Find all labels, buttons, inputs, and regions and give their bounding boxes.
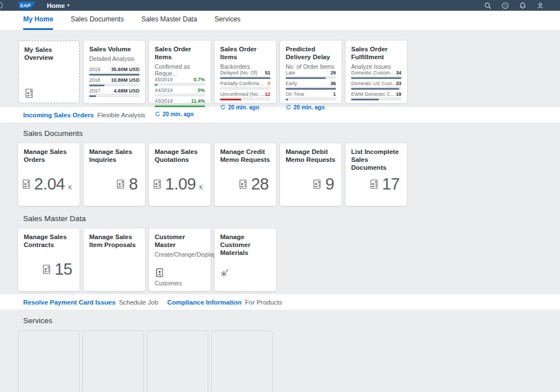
tile-title: Sales Order Items <box>220 46 270 61</box>
tile-title: Manage Sales Inquiries <box>89 148 139 164</box>
section-heading-sales-documents: Sales Documents <box>0 122 560 143</box>
comparison-chart: Delayed (No. Of)51 Partially Confirme...… <box>220 70 270 102</box>
tile-title: Sales Volume <box>89 46 139 54</box>
section-heading-sales-master-data: Sales Master Data <box>0 206 560 228</box>
svg-text:$: $ <box>27 180 29 184</box>
tile-sales-order-items-confirmed[interactable]: Sales Order Items Confirmed as Reque... … <box>149 41 211 103</box>
tile-sales-order-items-backorders[interactable]: Sales Order Items Backorders Delayed (No… <box>215 41 276 103</box>
svg-text:$: $ <box>30 90 32 93</box>
chart-row: 45/20190.7% <box>155 77 205 86</box>
chart-row: EWM Domestic C...19 <box>351 91 401 100</box>
comparison-chart: 45/20190.7% 44/20190% 43/201911.4% <box>155 77 205 109</box>
link-list-1: Incoming Sales Orders Flexible Analysis <box>0 107 560 122</box>
sales-order-icon: $ <box>369 179 379 189</box>
tile-refresh[interactable]: 20 min. ago <box>155 111 205 117</box>
tile-refresh[interactable]: 20 min. ago <box>286 104 336 111</box>
tile-sales-volume[interactable]: Sales Volume Detailed Analysis 201935.60… <box>84 41 145 103</box>
link-flexible-analysis[interactable]: Flexible Analysis <box>97 112 145 118</box>
tab-services[interactable]: Services <box>215 15 240 30</box>
tile-manage-sales-contracts[interactable]: Manage Sales Contracts $ 15 <box>18 228 80 291</box>
link-schedule-job[interactable]: Schedule Job <box>119 299 159 306</box>
kpi-value: $ 15 <box>24 260 74 279</box>
sales-order-icon: $ <box>24 89 73 98</box>
tile-list-incomplete-sales-documents[interactable]: List Incomplete Sales Documents $ 17 <box>345 143 407 206</box>
chart-row: 201810.86M USD <box>89 77 139 86</box>
tile-title: Manage Sales Contracts <box>24 234 74 249</box>
kpi-value: $ 28 <box>220 175 270 193</box>
notifications-icon[interactable] <box>519 2 527 10</box>
customer-icon <box>155 268 205 278</box>
sales-master-data-tile-group: Manage Sales Contracts $ 15 Manage Sales… <box>0 228 560 291</box>
tile-subtitle: Detailed Analysis <box>89 55 139 62</box>
tile-manage-sales-inquiries[interactable]: Manage Sales Inquiries $ 8 <box>84 143 145 206</box>
link-incoming-sales-orders[interactable]: Incoming Sales Orders <box>23 112 94 118</box>
user-icon[interactable] <box>536 2 544 10</box>
tile-manage-sales-item-proposals[interactable]: Manage Sales Item Proposals <box>84 228 145 291</box>
tile-subtitle: Confirmed as Reque... <box>155 63 205 77</box>
comparison-chart: Domestic Custom...34 Domestic US Cust...… <box>351 70 401 102</box>
link-list-2: Resolve Payment Card Issues Schedule Job… <box>0 294 560 310</box>
svg-text:$: $ <box>121 180 123 184</box>
sales-order-icon: $ <box>42 265 51 274</box>
comparison-chart: 201935.60M USD 201810.86M USD 20174.68M … <box>89 67 139 99</box>
tile-manage-customer-materials[interactable]: Manage Customer Materials <box>215 228 276 291</box>
tile-my-sales-overview[interactable]: My Sales Overview $ <box>18 41 80 103</box>
my-home-tile-group: My Sales Overview $ Sales Volume Detaile… <box>0 41 560 103</box>
empty-tile-placeholder <box>147 331 208 392</box>
chart-row: 44/20190% <box>155 87 205 96</box>
tile-subtitle: Create/Change/Display <box>155 251 205 258</box>
tab-sales-documents[interactable]: Sales Documents <box>71 15 124 30</box>
chart-row: 20174.68M USD <box>89 88 139 97</box>
empty-tile-placeholder <box>82 331 144 392</box>
refresh-icon <box>155 111 160 117</box>
link-compliance-information[interactable]: Compliance Information <box>167 299 242 306</box>
sales-order-icon: $ <box>21 179 31 189</box>
kpi-value: $ 17 <box>351 175 401 193</box>
link-for-products[interactable]: For Products <box>245 299 282 306</box>
tile-predicted-delivery-delay[interactable]: Predicted Delivery Delay No. of Order It… <box>280 41 342 103</box>
tile-manage-sales-quotations[interactable]: Manage Sales Quotations $ 1.09 K <box>149 143 211 206</box>
chart-row: Partially Confirme...0 <box>220 81 270 90</box>
tile-sales-order-fulfillment[interactable]: Sales Order Fulfillment Analyze Issues D… <box>345 41 407 103</box>
tab-sales-master-data[interactable]: Sales Master Data <box>141 15 197 30</box>
section-heading-services: Services <box>0 310 560 331</box>
kpi-value: $ 9 <box>286 175 336 193</box>
anchor-navigation: My Home Sales Documents Sales Master Dat… <box>0 11 560 30</box>
chart-row: Delayed (No. Of)51 <box>220 70 270 79</box>
tile-title: My Sales Overview <box>24 46 73 62</box>
tile-title: Manage Customer Materials <box>220 234 270 257</box>
tile-title: Predicted Delivery Delay <box>286 46 336 61</box>
svg-text:$: $ <box>47 266 49 269</box>
sales-order-icon: $ <box>152 179 162 189</box>
tile-manage-debit-memo-requests[interactable]: Manage Debit Memo Requests $ 9 <box>280 143 342 206</box>
chart-row: Early36 <box>286 81 336 90</box>
help-icon[interactable]: ? <box>501 2 509 10</box>
chart-row: Unconfirmed (No. ...12 <box>220 91 270 100</box>
tab-my-home[interactable]: My Home <box>23 15 53 30</box>
chart-row: Domestic US Cust...33 <box>351 81 401 90</box>
side-panel-icon[interactable] <box>0 2 3 8</box>
link-resolve-payment-card-issues[interactable]: Resolve Payment Card Issues <box>23 299 116 306</box>
tile-title: Customer Master <box>155 234 205 249</box>
tile-title: Sales Order Items <box>155 46 205 61</box>
tile-title: Manage Credit Memo Requests <box>220 148 270 164</box>
search-icon[interactable] <box>484 2 492 10</box>
tile-title: List Incomplete Sales Documents <box>351 148 401 171</box>
comparison-chart: Late29 Early36 On Time1 <box>286 70 336 102</box>
sap-logo[interactable]: SAP <box>19 2 36 10</box>
tile-subtitle: No. of Order Items <box>286 63 336 70</box>
app-title: Home <box>47 2 65 9</box>
svg-text:$: $ <box>244 180 246 184</box>
chart-row: 43/201911.4% <box>155 98 205 107</box>
tile-customer-master[interactable]: Customer Master Create/Change/Display Cu… <box>149 228 211 291</box>
svg-text:$: $ <box>158 180 160 184</box>
sales-order-icon: $ <box>312 179 322 189</box>
tile-manage-credit-memo-requests[interactable]: Manage Credit Memo Requests $ 28 <box>215 143 276 206</box>
chart-row: 201935.60M USD <box>89 67 139 76</box>
tile-manage-sales-orders[interactable]: Manage Sales Orders $ 2.04 K <box>18 143 80 206</box>
svg-text:$: $ <box>375 180 377 184</box>
app-title-menu[interactable]: Home ▾ <box>47 2 69 9</box>
kpi-value: $ 8 <box>89 175 139 193</box>
tile-title: Manage Sales Item Proposals <box>89 234 139 249</box>
tile-refresh[interactable]: 20 min. ago <box>220 104 270 111</box>
